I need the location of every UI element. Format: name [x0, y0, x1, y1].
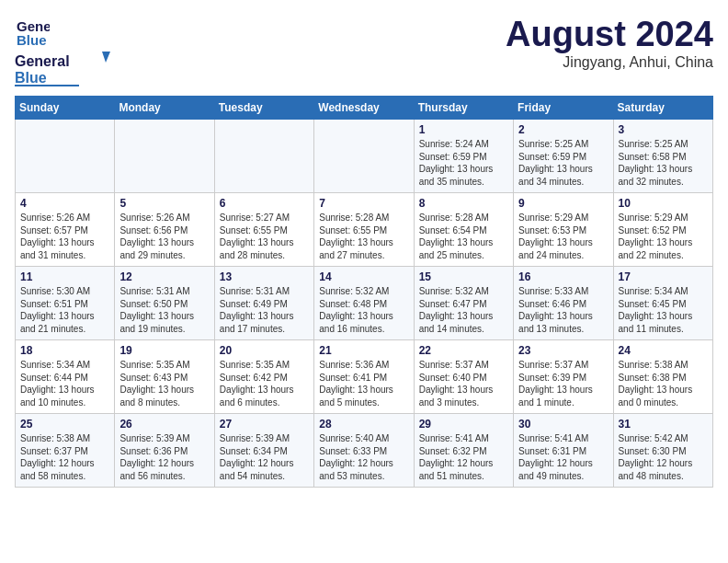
weekday-header-saturday: Saturday — [613, 97, 712, 120]
calendar-day-cell: 22Sunrise: 5:37 AM Sunset: 6:40 PM Dayli… — [414, 340, 513, 414]
calendar-day-cell: 16Sunrise: 5:33 AM Sunset: 6:46 PM Dayli… — [514, 267, 613, 340]
weekday-header-wednesday: Wednesday — [314, 97, 414, 120]
calendar-day-cell: 25Sunrise: 5:38 AM Sunset: 6:37 PM Dayli… — [16, 414, 115, 488]
day-info: Sunrise: 5:38 AM Sunset: 6:37 PM Dayligh… — [20, 432, 109, 482]
day-info: Sunrise: 5:38 AM Sunset: 6:38 PM Dayligh… — [619, 359, 708, 408]
calendar-day-cell: 3Sunrise: 5:25 AM Sunset: 6:58 PM Daylig… — [613, 120, 712, 193]
calendar-month-year: August 2024 — [506, 15, 713, 54]
day-info: Sunrise: 5:35 AM Sunset: 6:43 PM Dayligh… — [119, 359, 209, 408]
day-info: Sunrise: 5:32 AM Sunset: 6:47 PM Dayligh… — [419, 285, 508, 335]
calendar-day-cell: 14Sunrise: 5:32 AM Sunset: 6:48 PM Dayli… — [314, 267, 414, 340]
day-info: Sunrise: 5:37 AM Sunset: 6:39 PM Dayligh… — [518, 359, 608, 408]
svg-text:General: General — [15, 53, 70, 69]
day-info: Sunrise: 5:33 AM Sunset: 6:46 PM Dayligh… — [518, 285, 608, 335]
day-number: 7 — [319, 197, 408, 210]
svg-text:Blue: Blue — [17, 32, 47, 48]
calendar-day-cell: 10Sunrise: 5:29 AM Sunset: 6:52 PM Dayli… — [613, 193, 712, 267]
day-number: 21 — [319, 344, 408, 357]
day-info: Sunrise: 5:37 AM Sunset: 6:40 PM Dayligh… — [419, 359, 508, 408]
calendar-week-row: 1Sunrise: 5:24 AM Sunset: 6:59 PM Daylig… — [16, 120, 713, 193]
calendar-day-cell: 13Sunrise: 5:31 AM Sunset: 6:49 PM Dayli… — [214, 267, 313, 340]
calendar-day-cell: 18Sunrise: 5:34 AM Sunset: 6:44 PM Dayli… — [16, 340, 115, 414]
day-info: Sunrise: 5:35 AM Sunset: 6:42 PM Dayligh… — [220, 359, 309, 408]
calendar-day-cell: 19Sunrise: 5:35 AM Sunset: 6:43 PM Dayli… — [115, 340, 214, 414]
day-info: Sunrise: 5:36 AM Sunset: 6:41 PM Dayligh… — [319, 359, 408, 408]
calendar-day-cell: 9Sunrise: 5:29 AM Sunset: 6:53 PM Daylig… — [514, 193, 613, 267]
day-info: Sunrise: 5:26 AM Sunset: 6:56 PM Dayligh… — [119, 212, 209, 261]
day-number: 23 — [518, 344, 608, 357]
calendar-table: SundayMondayTuesdayWednesdayThursdayFrid… — [15, 96, 713, 488]
calendar-week-row: 11Sunrise: 5:30 AM Sunset: 6:51 PM Dayli… — [16, 267, 713, 340]
day-number: 14 — [319, 270, 408, 283]
page-header: General Blue General Blue August 2024 Ji… — [15, 15, 713, 86]
day-number: 27 — [220, 418, 309, 431]
calendar-week-row: 4Sunrise: 5:26 AM Sunset: 6:57 PM Daylig… — [16, 193, 713, 267]
svg-marker-4 — [102, 52, 110, 63]
logo: General Blue General Blue — [15, 15, 125, 86]
day-number: 3 — [619, 123, 708, 136]
day-number: 26 — [119, 418, 209, 431]
calendar-day-cell: 31Sunrise: 5:42 AM Sunset: 6:30 PM Dayli… — [613, 414, 712, 488]
day-info: Sunrise: 5:41 AM Sunset: 6:31 PM Dayligh… — [518, 432, 608, 482]
day-info: Sunrise: 5:28 AM Sunset: 6:55 PM Dayligh… — [319, 212, 408, 261]
day-number: 18 — [20, 344, 109, 357]
day-number: 11 — [20, 270, 109, 283]
calendar-day-cell: 5Sunrise: 5:26 AM Sunset: 6:56 PM Daylig… — [115, 193, 214, 267]
day-number: 17 — [619, 270, 708, 283]
calendar-day-cell: 2Sunrise: 5:25 AM Sunset: 6:59 PM Daylig… — [514, 120, 613, 193]
calendar-day-cell: 21Sunrise: 5:36 AM Sunset: 6:41 PM Dayli… — [314, 340, 414, 414]
day-info: Sunrise: 5:41 AM Sunset: 6:32 PM Dayligh… — [419, 432, 508, 482]
day-info: Sunrise: 5:27 AM Sunset: 6:55 PM Dayligh… — [220, 212, 309, 261]
calendar-day-cell: 30Sunrise: 5:41 AM Sunset: 6:31 PM Dayli… — [514, 414, 613, 488]
weekday-header-thursday: Thursday — [414, 97, 513, 120]
weekday-header-monday: Monday — [115, 97, 214, 120]
calendar-day-cell: 4Sunrise: 5:26 AM Sunset: 6:57 PM Daylig… — [16, 193, 115, 267]
day-info: Sunrise: 5:34 AM Sunset: 6:45 PM Dayligh… — [619, 285, 708, 335]
calendar-day-cell: 6Sunrise: 5:27 AM Sunset: 6:55 PM Daylig… — [214, 193, 313, 267]
day-number: 30 — [518, 418, 608, 431]
calendar-day-cell — [214, 120, 313, 193]
calendar-day-cell: 15Sunrise: 5:32 AM Sunset: 6:47 PM Dayli… — [414, 267, 513, 340]
day-number: 31 — [619, 418, 708, 431]
day-info: Sunrise: 5:28 AM Sunset: 6:54 PM Dayligh… — [419, 212, 508, 261]
day-info: Sunrise: 5:31 AM Sunset: 6:49 PM Dayligh… — [220, 285, 309, 335]
day-number: 1 — [419, 123, 508, 136]
logo-svg: General Blue — [15, 50, 125, 86]
day-number: 12 — [119, 270, 209, 283]
calendar-day-cell — [115, 120, 214, 193]
day-number: 8 — [419, 197, 508, 210]
day-number: 2 — [518, 123, 608, 136]
day-number: 19 — [119, 344, 209, 357]
day-info: Sunrise: 5:25 AM Sunset: 6:58 PM Dayligh… — [619, 138, 708, 188]
day-number: 15 — [419, 270, 508, 283]
day-number: 4 — [20, 197, 109, 210]
logo-icon: General Blue — [15, 15, 50, 50]
day-number: 22 — [419, 344, 508, 357]
day-info: Sunrise: 5:26 AM Sunset: 6:57 PM Dayligh… — [20, 212, 109, 261]
calendar-day-cell: 8Sunrise: 5:28 AM Sunset: 6:54 PM Daylig… — [414, 193, 513, 267]
calendar-day-cell: 12Sunrise: 5:31 AM Sunset: 6:50 PM Dayli… — [115, 267, 214, 340]
day-info: Sunrise: 5:32 AM Sunset: 6:48 PM Dayligh… — [319, 285, 408, 335]
calendar-day-cell: 28Sunrise: 5:40 AM Sunset: 6:33 PM Dayli… — [314, 414, 414, 488]
calendar-location: Jingyang, Anhui, China — [506, 54, 713, 71]
day-number: 13 — [220, 270, 309, 283]
weekday-header-row: SundayMondayTuesdayWednesdayThursdayFrid… — [16, 97, 713, 120]
day-info: Sunrise: 5:31 AM Sunset: 6:50 PM Dayligh… — [119, 285, 209, 335]
day-info: Sunrise: 5:24 AM Sunset: 6:59 PM Dayligh… — [419, 138, 508, 188]
day-number: 9 — [518, 197, 608, 210]
day-info: Sunrise: 5:30 AM Sunset: 6:51 PM Dayligh… — [20, 285, 109, 335]
day-info: Sunrise: 5:29 AM Sunset: 6:52 PM Dayligh… — [619, 212, 708, 261]
calendar-day-cell: 24Sunrise: 5:38 AM Sunset: 6:38 PM Dayli… — [613, 340, 712, 414]
calendar-day-cell: 27Sunrise: 5:39 AM Sunset: 6:34 PM Dayli… — [214, 414, 313, 488]
day-number: 16 — [518, 270, 608, 283]
day-number: 25 — [20, 418, 109, 431]
day-info: Sunrise: 5:39 AM Sunset: 6:34 PM Dayligh… — [220, 432, 309, 482]
day-info: Sunrise: 5:34 AM Sunset: 6:44 PM Dayligh… — [20, 359, 109, 408]
calendar-day-cell: 23Sunrise: 5:37 AM Sunset: 6:39 PM Dayli… — [514, 340, 613, 414]
calendar-day-cell: 26Sunrise: 5:39 AM Sunset: 6:36 PM Dayli… — [115, 414, 214, 488]
calendar-day-cell — [16, 120, 115, 193]
day-info: Sunrise: 5:42 AM Sunset: 6:30 PM Dayligh… — [619, 432, 708, 482]
weekday-header-tuesday: Tuesday — [214, 97, 313, 120]
day-number: 10 — [619, 197, 708, 210]
calendar-day-cell — [314, 120, 414, 193]
